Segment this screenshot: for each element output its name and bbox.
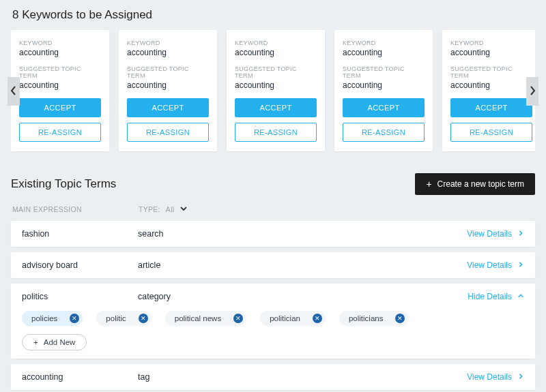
chip-label: policies (31, 314, 57, 322)
suggested-topic-label: SUGGESTED TOPIC TERM (127, 65, 209, 79)
column-type-filter[interactable]: TYPE: All (139, 205, 188, 214)
row-type: category (138, 292, 468, 301)
details-link-label: View Details (467, 260, 512, 270)
keyword-card: KEYWORDaccountingSUGGESTED TOPIC TERMacc… (442, 30, 535, 151)
suggested-topic-label: SUGGESTED TOPIC TERM (343, 65, 425, 79)
topic-term-row: fashionsearchView Details (11, 221, 535, 247)
carousel-prev-button[interactable] (8, 77, 20, 106)
keyword-value: accounting (450, 48, 532, 57)
chip-remove-icon[interactable]: ✕ (70, 314, 79, 323)
suggested-topic-value: accounting (127, 80, 209, 90)
reassign-button[interactable]: RE-ASSIGN (19, 123, 101, 142)
row-main-expression: fashion (22, 229, 138, 239)
column-main-expression: MAIN EXPRESSION (12, 205, 139, 213)
reassign-button[interactable]: RE-ASSIGN (450, 123, 532, 142)
chip-label: politician (270, 314, 300, 322)
suggested-topic-label: SUGGESTED TOPIC TERM (19, 65, 101, 79)
keyword-value: accounting (19, 48, 101, 57)
chip-remove-icon[interactable]: ✕ (395, 314, 405, 323)
chip-label: politicians (349, 314, 384, 322)
add-new-chip-button[interactable]: +Add New (22, 334, 87, 350)
plus-icon: + (426, 179, 431, 189)
topic-chip[interactable]: politician✕ (260, 311, 326, 326)
details-link-label: View Details (467, 229, 512, 239)
suggested-topic-value: accounting (450, 80, 532, 90)
keyword-carousel: KEYWORDaccountingSUGGESTED TOPIC TERMacc… (11, 30, 535, 153)
accept-button[interactable]: ACCEPT (127, 98, 209, 117)
row-type: tag (138, 372, 467, 382)
keyword-card: KEYWORDaccountingSUGGESTED TOPIC TERMacc… (119, 30, 217, 151)
details-link-label: Hide Details (468, 292, 512, 301)
topic-chip[interactable]: politic✕ (96, 311, 151, 326)
chip-remove-icon[interactable]: ✕ (313, 314, 322, 323)
chip-label: political news (175, 314, 221, 322)
keyword-card: KEYWORDaccountingSUGGESTED TOPIC TERMacc… (227, 30, 325, 151)
keyword-label: KEYWORD (343, 40, 425, 46)
topic-term-row: advisory boardarticleView Details (11, 252, 535, 278)
row-main-expression: accounting (22, 372, 138, 382)
accept-button[interactable]: ACCEPT (343, 98, 425, 117)
create-topic-term-button[interactable]: + Create a new topic term (415, 173, 535, 195)
existing-topic-terms-title: Existing Topic Terms (11, 177, 116, 191)
keyword-card: KEYWORDaccountingSUGGESTED TOPIC TERMacc… (334, 30, 433, 151)
type-value: All (166, 205, 175, 213)
table-header: MAIN EXPRESSION TYPE: All (12, 205, 535, 214)
plus-icon: + (33, 338, 38, 346)
add-new-label: Add New (44, 338, 76, 346)
chip-label: politic (106, 314, 126, 322)
row-main-expression: politics (22, 292, 138, 301)
topic-chip[interactable]: policies✕ (22, 311, 83, 326)
chevron-up-icon (517, 292, 524, 301)
topic-term-row: politicscategoryHide Detailspolicies✕pol… (11, 284, 535, 359)
keyword-value: accounting (127, 48, 209, 57)
keyword-value: accounting (343, 48, 425, 57)
view-details-link[interactable]: View Details (467, 260, 524, 270)
keyword-value: accounting (235, 48, 317, 57)
hide-details-link[interactable]: Hide Details (468, 292, 524, 301)
chip-remove-icon[interactable]: ✕ (139, 314, 148, 323)
carousel-next-button[interactable] (526, 77, 538, 106)
accept-button[interactable]: ACCEPT (450, 98, 532, 117)
suggested-topic-value: accounting (343, 80, 425, 90)
keywords-to-assign-title: 8 Keywords to be Assigned (12, 8, 535, 22)
suggested-topic-value: accounting (19, 80, 101, 90)
chevron-right-icon (517, 372, 524, 382)
keyword-card: KEYWORDaccountingSUGGESTED TOPIC TERMacc… (11, 30, 109, 151)
suggested-topic-label: SUGGESTED TOPIC TERM (235, 65, 317, 79)
chevron-right-icon (529, 86, 536, 97)
reassign-button[interactable]: RE-ASSIGN (343, 123, 425, 142)
view-details-link[interactable]: View Details (467, 372, 524, 382)
view-details-link[interactable]: View Details (467, 229, 524, 239)
chip-remove-icon[interactable]: ✕ (233, 314, 243, 323)
row-type: search (138, 229, 467, 239)
keyword-label: KEYWORD (450, 40, 532, 46)
row-type: article (138, 260, 467, 270)
chevron-right-icon (517, 260, 524, 270)
reassign-button[interactable]: RE-ASSIGN (235, 123, 317, 142)
details-link-label: View Details (467, 372, 512, 382)
chevron-left-icon (10, 86, 17, 97)
suggested-topic-value: accounting (235, 80, 317, 90)
keyword-label: KEYWORD (127, 40, 209, 46)
create-topic-term-label: Create a new topic term (437, 179, 524, 189)
type-prefix: TYPE: (139, 205, 160, 213)
topic-chip[interactable]: politicians✕ (339, 311, 409, 326)
chips-row: policies✕politic✕political news✕politici… (22, 311, 524, 326)
keyword-label: KEYWORD (235, 40, 317, 46)
accept-button[interactable]: ACCEPT (235, 98, 317, 117)
topic-chip[interactable]: political news✕ (165, 311, 246, 326)
accept-button[interactable]: ACCEPT (19, 98, 101, 117)
keyword-label: KEYWORD (19, 40, 101, 46)
suggested-topic-label: SUGGESTED TOPIC TERM (450, 65, 532, 79)
chevron-right-icon (517, 229, 524, 239)
chevron-down-icon (179, 205, 188, 214)
row-main-expression: advisory board (22, 260, 138, 270)
topic-term-row: accountingtagView Details (11, 364, 535, 390)
reassign-button[interactable]: RE-ASSIGN (127, 123, 209, 142)
